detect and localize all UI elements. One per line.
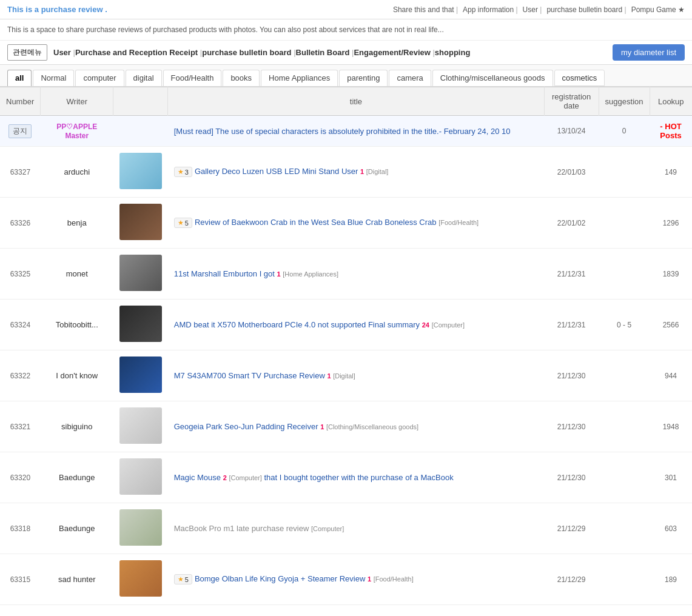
tab-digital[interactable]: digital — [126, 70, 162, 86]
category-tag: [Food/Health] — [438, 219, 479, 226]
thumbnail-image — [119, 204, 162, 240]
row-number: 63324 — [0, 300, 41, 350]
category-tag: [Computer] — [432, 321, 465, 329]
row-date: 13/10/24 — [544, 116, 599, 147]
row-thumbnail — [113, 350, 168, 401]
tab-all[interactable]: all — [7, 70, 32, 86]
row-suggest — [599, 198, 650, 249]
tab-cosmetics[interactable]: cosmetics — [554, 70, 605, 86]
title-text[interactable]: Bomge Olban Life King Gyoja + Steamer Re… — [195, 574, 368, 583]
thumbnail-image — [119, 458, 162, 495]
category-tag: [Computer] — [311, 525, 344, 532]
row-writer: Tobitoobitt... — [41, 300, 113, 350]
row-writer: sibiguino — [41, 401, 113, 452]
title-text[interactable]: M7 S43AM700 Smart TV Purchase Review — [174, 371, 328, 380]
row-title-cell[interactable]: AMD beat it X570 Motherboard PCIe 4.0 no… — [168, 300, 544, 350]
thumbnail-image — [119, 560, 162, 597]
menu-bar-links: User Purchase and Reception Receipt purc… — [53, 48, 470, 57]
row-suggest: 0 - 5 — [599, 300, 650, 350]
top-link-appinfo[interactable]: App information — [463, 5, 518, 14]
category-tag: [Computer] — [229, 474, 261, 481]
row-number: 63318 — [0, 503, 41, 554]
row-lookup: - HOT Posts — [650, 116, 692, 147]
col-number: Number — [0, 87, 41, 116]
menu-link-bulletin[interactable]: purchase bulletin board — [202, 48, 295, 57]
row-title-cell[interactable]: ★3Gallery Deco Luzen USB LED Mini Stand … — [168, 147, 544, 198]
top-link-share[interactable]: Share this and that — [393, 5, 458, 14]
row-writer: Baedunge — [41, 452, 113, 503]
table-row: 63324Tobitoobitt...AMD beat it X570 Moth… — [0, 300, 692, 350]
menu-link-shopping[interactable]: shopping — [435, 48, 471, 57]
category-tag: [Home Appliances] — [283, 270, 338, 278]
row-suggest — [599, 147, 650, 198]
tab-parenting[interactable]: parenting — [339, 70, 388, 86]
menu-link-user[interactable]: User — [53, 48, 75, 57]
row-title-cell[interactable]: 11st Marshall Emburton I got 1 [Home App… — [168, 249, 544, 300]
row-lookup: 1948 — [650, 401, 692, 452]
comment-count: 1 — [320, 423, 324, 430]
title-text[interactable]: Gallery Deco Luzen USB LED Mini Stand Us… — [195, 167, 360, 176]
row-number: 63326 — [0, 198, 41, 249]
row-thumbnail — [113, 452, 168, 503]
row-number: 63321 — [0, 401, 41, 452]
row-lookup: 944 — [650, 350, 692, 401]
site-title-link[interactable]: This is a purchase review . — [7, 5, 107, 14]
description-bar: This is a space to share purchase review… — [0, 19, 692, 41]
table-row: 63315sad hunter★5Bomge Olban Life King G… — [0, 554, 692, 605]
top-link-game[interactable]: Pompu Game ★ — [631, 5, 685, 14]
row-writer: Baedunge — [41, 503, 113, 554]
row-date: 21/12/29 — [544, 503, 599, 554]
tab-camera[interactable]: camera — [389, 70, 431, 86]
row-suggest — [599, 401, 650, 452]
top-bar-links: Share this and that App information User… — [393, 5, 685, 14]
row-lookup: 301 — [650, 452, 692, 503]
star-rating: ★5 — [174, 218, 192, 228]
category-tabs: all Normal computer digital Food/Health … — [0, 65, 692, 87]
table-row: 63321sibiguinoGeogeia Park Seo-Jun Paddi… — [0, 401, 692, 452]
category-tag: [Food/Health] — [374, 575, 414, 583]
title-text[interactable]: Review of Baekwoon Crab in the West Sea … — [195, 218, 437, 227]
title-text[interactable]: Magic Mouse — [174, 473, 223, 482]
tab-normal[interactable]: Normal — [33, 70, 74, 86]
table-row: 63318BaedungeMacBook Pro m1 late purchas… — [0, 503, 692, 554]
comment-count: 1 — [277, 270, 281, 278]
row-date: 21/12/30 — [544, 401, 599, 452]
title-text[interactable]: 11st Marshall Emburton I got — [174, 269, 277, 278]
related-menu-button[interactable]: 관련메뉴 — [7, 44, 47, 61]
row-suggest: 0 — [599, 116, 650, 147]
row-suggest — [599, 503, 650, 554]
col-title: title — [168, 87, 544, 116]
row-title-cell[interactable]: ★5Review of Baekwoon Crab in the West Se… — [168, 198, 544, 249]
tab-books[interactable]: books — [223, 70, 260, 86]
tab-food[interactable]: Food/Health — [163, 70, 222, 86]
row-title-cell[interactable]: [Must read] The use of special character… — [168, 116, 544, 147]
tab-computer[interactable]: computer — [75, 70, 124, 86]
menu-link-engagement[interactable]: Engagement/Review — [354, 48, 434, 57]
menu-link-receipt[interactable]: Purchase and Reception Receipt — [75, 48, 202, 57]
tab-home[interactable]: Home Appliances — [261, 70, 338, 86]
row-title-cell[interactable]: ★5Bomge Olban Life King Gyoja + Steamer … — [168, 554, 544, 605]
row-title-cell[interactable]: Geogeia Park Seo-Jun Padding Receiver 1 … — [168, 401, 544, 452]
top-link-bulletin[interactable]: purchase bulletin board — [546, 5, 626, 14]
tab-clothing[interactable]: Clothing/miscellaneous goods — [432, 70, 553, 86]
row-title-cell[interactable]: M7 S43AM700 Smart TV Purchase Review 1 [… — [168, 350, 544, 401]
row-lookup: 1296 — [650, 198, 692, 249]
site-title[interactable]: This is a purchase review . — [7, 5, 107, 14]
row-date: 22/01/03 — [544, 147, 599, 198]
row-lookup: 189 — [650, 554, 692, 605]
title-text[interactable]: Geogeia Park Seo-Jun Padding Receiver — [174, 422, 320, 431]
title-text[interactable]: AMD beat it X570 Motherboard PCIe 4.0 no… — [174, 320, 420, 329]
row-writer: arduchi — [41, 147, 113, 198]
row-title-cell[interactable]: MacBook Pro m1 late purchase review [Com… — [168, 503, 544, 554]
row-writer: I don't know — [41, 350, 113, 401]
row-writer: benja — [41, 198, 113, 249]
my-diameter-button[interactable]: my diameter list — [613, 44, 685, 61]
row-title-cell[interactable]: Magic Mouse 2 [Computer] that I bought t… — [168, 452, 544, 503]
title-text[interactable]: [Must read] The use of special character… — [174, 127, 511, 136]
menu-link-board[interactable]: Bulletin Board — [296, 48, 354, 57]
comment-count: 1 — [360, 168, 364, 175]
row-date: 22/01/02 — [544, 198, 599, 249]
title-text[interactable]: MacBook Pro m1 late purchase review — [174, 524, 309, 533]
top-link-user[interactable]: User — [523, 5, 542, 14]
row-thumbnail — [113, 249, 168, 300]
